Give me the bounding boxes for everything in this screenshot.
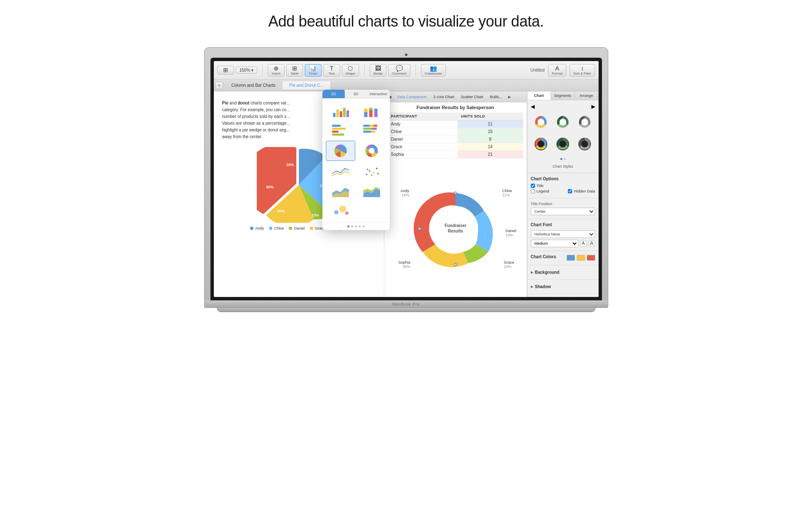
format-tab-arrange[interactable]: Arrange <box>575 91 598 100</box>
view-button[interactable]: ⊞ <box>217 66 234 75</box>
shape-icon: ⬡ <box>348 65 353 71</box>
chart-button[interactable]: 📊 Chart <box>305 64 322 77</box>
font-size-decrease[interactable]: A <box>580 240 587 247</box>
title-position-select[interactable]: Center Top Left Top Right <box>531 208 595 215</box>
camera-icon <box>405 53 407 56</box>
format-tab-segments[interactable]: Segments <box>551 91 575 100</box>
insert-button[interactable]: ⊕ Insert <box>268 64 285 77</box>
donut-label-chloe: Chloe21% <box>502 189 512 197</box>
legend-daniel: Daniel <box>289 226 305 230</box>
legend-dot-daniel <box>289 227 292 230</box>
svg-rect-18 <box>363 128 372 130</box>
format-button[interactable]: A Format <box>548 64 566 77</box>
svg-point-26 <box>373 172 375 174</box>
style-nav-left[interactable]: ◀ <box>531 104 535 110</box>
table-row: Sophia21 <box>388 151 523 158</box>
bubble-chart-option[interactable] <box>326 201 355 219</box>
svg-point-47 <box>538 119 544 126</box>
svg-point-23 <box>369 148 375 154</box>
toolbar-separator <box>262 64 263 77</box>
svg-point-36 <box>339 206 346 212</box>
doc-bold-text: Pie <box>222 101 229 105</box>
zoom-control[interactable]: 150% ▾ <box>236 67 257 74</box>
svg-rect-6 <box>364 109 367 112</box>
svg-rect-11 <box>332 125 341 127</box>
font-size-select[interactable]: Medium Small Large <box>531 240 578 247</box>
background-arrow: ▶ <box>531 270 533 274</box>
font-name-row: Helvetica Neue Arial Times New Roman <box>531 230 595 238</box>
donut-label-andy: Andy16% <box>401 189 410 197</box>
style-item-5[interactable] <box>553 134 573 154</box>
font-name-select[interactable]: Helvetica Neue Arial Times New Roman <box>531 230 595 238</box>
donut-label-sophia: Sophia30% <box>399 260 410 269</box>
area-chart-option[interactable] <box>326 182 355 200</box>
chart-nav-data-comparison[interactable]: Data Comparison <box>394 93 430 101</box>
pie-chart-option[interactable] <box>326 141 355 161</box>
svg-point-49 <box>581 119 588 126</box>
font-size-row: Medium Small Large A A <box>531 240 595 247</box>
dot-1 <box>347 225 349 227</box>
hidden-data-checkbox[interactable] <box>568 189 572 193</box>
donut-chart-option[interactable] <box>357 141 386 161</box>
tab-pie-donut[interactable]: Pie and Donut C... <box>282 81 331 89</box>
font-size-increase[interactable]: A <box>588 240 595 247</box>
title-checkbox[interactable] <box>531 184 535 188</box>
title-position-section: Title Position Center Top Left Top Right <box>527 198 599 219</box>
style-dot-1 <box>560 158 562 160</box>
donut-label-grace: Grace20% <box>504 260 514 269</box>
table-cell-name: Sophia <box>388 151 458 158</box>
style-nav-right[interactable]: ▶ <box>591 104 595 110</box>
empty-option <box>357 201 386 219</box>
style-item-6[interactable] <box>575 134 595 154</box>
shape-button[interactable]: ⬡ Shape <box>342 64 359 77</box>
style-item-4[interactable] <box>531 134 551 154</box>
hidden-data-label: Hidden Data <box>574 189 595 193</box>
chart-nav-bubble[interactable]: Bubb... <box>487 93 506 101</box>
horiz-bar-option[interactable] <box>326 121 355 139</box>
legend-checkbox[interactable] <box>531 189 535 193</box>
shadow-toggle[interactable]: ▶ Shadow <box>531 283 595 290</box>
format-tab-chart[interactable]: Chart <box>527 91 551 100</box>
background-toggle[interactable]: ▶ Background <box>531 269 595 276</box>
svg-point-28 <box>371 174 373 176</box>
stacked-bar-option[interactable] <box>357 102 386 120</box>
svg-rect-14 <box>332 134 344 136</box>
donut-center-label-1: Fundraiser <box>445 223 466 228</box>
col-header-participant: PARTICIPANT <box>388 112 458 120</box>
svg-rect-5 <box>364 112 367 117</box>
text-button[interactable]: T Text <box>323 64 340 77</box>
table-cell-value: 9 <box>458 136 523 143</box>
horiz-stacked-option[interactable] <box>357 121 386 139</box>
tab-interactive[interactable]: Interactive <box>367 90 389 98</box>
format-tabs: Chart Segments Arrange <box>527 91 599 100</box>
table-button[interactable]: ⊞ Table <box>286 64 303 77</box>
stacked-area-option[interactable] <box>357 182 386 200</box>
tab-3d[interactable]: 3D <box>345 90 367 98</box>
style-item-3[interactable] <box>575 112 595 132</box>
tab-column-bar[interactable]: Column and Bar Charts <box>225 81 283 89</box>
color-swatch-1[interactable] <box>567 255 575 261</box>
pie-label-sophia: 30% <box>266 185 274 189</box>
chart-nav-2axis[interactable]: 2-Axis Chart <box>430 93 458 101</box>
chart-nav-scatter[interactable]: Scatter Chart <box>458 93 487 101</box>
style-item-1[interactable] <box>531 112 551 132</box>
comment-button[interactable]: 💬 Comment <box>388 64 410 77</box>
style-item-2[interactable] <box>553 112 573 132</box>
sort-filter-button[interactable]: ↕ Sort & Filter <box>570 64 595 77</box>
table-cell-name: Chloe <box>388 128 458 136</box>
line-chart-option[interactable] <box>326 163 355 180</box>
table-cell-name: Grace <box>388 143 458 151</box>
svg-rect-3 <box>343 108 346 117</box>
chart-nav-right[interactable]: ▶ <box>506 94 514 100</box>
svg-rect-10 <box>374 109 378 111</box>
tab-2d[interactable]: 2D <box>322 90 345 98</box>
add-tab-button[interactable]: + <box>216 82 223 89</box>
svg-rect-44 <box>455 264 456 265</box>
bar-chart-option[interactable] <box>326 102 355 120</box>
media-button[interactable]: 🖼 Media <box>370 64 386 77</box>
color-swatch-2[interactable] <box>577 255 585 261</box>
scatter-option[interactable] <box>357 163 386 180</box>
collaborate-button[interactable]: 👥 Collaborate <box>421 64 446 77</box>
collaborate-icon: 👥 <box>430 65 437 71</box>
color-swatch-3[interactable] <box>587 255 595 261</box>
